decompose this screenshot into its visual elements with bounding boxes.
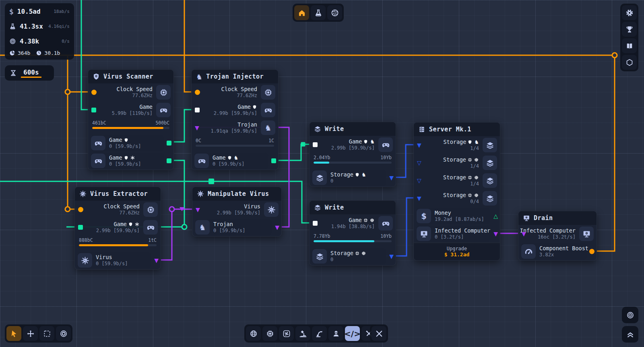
- top-toolbar: [293, 4, 344, 22]
- disc-tag-icon: [370, 218, 375, 223]
- collapse-button[interactable]: [622, 326, 638, 343]
- node-header[interactable]: Virus Extractor: [75, 187, 161, 201]
- node-virus-extractor[interactable]: Virus ExtractorClock Speed77.6ZHzGame2.9…: [74, 187, 161, 270]
- input-port[interactable]: ▼: [417, 142, 421, 148]
- node-header[interactable]: Manipulate Virus: [192, 187, 281, 201]
- progress-bar: [314, 240, 392, 242]
- node-title: Write: [325, 204, 344, 211]
- row-value: 2.99b [59.9b/s]: [331, 145, 375, 151]
- row-value: 77.6ZHz: [119, 210, 140, 216]
- robot-arm-tab[interactable]: [312, 326, 327, 341]
- progress-current: 7.78Yb: [314, 233, 330, 239]
- output-port[interactable]: △: [493, 213, 498, 219]
- input-port[interactable]: [91, 90, 97, 95]
- node-header[interactable]: Drain: [518, 211, 597, 225]
- research-button[interactable]: [311, 5, 326, 20]
- node-server-mk1[interactable]: Server Mk.1▼Storage♞1/4▽Storage1/4▽Stora…: [413, 122, 500, 261]
- output-port[interactable]: ▼: [389, 175, 394, 181]
- node-header[interactable]: Server Mk.1: [414, 123, 500, 136]
- timer-panel: 600s: [5, 65, 54, 81]
- input-port[interactable]: ▼: [195, 125, 199, 131]
- virus-icon: [78, 253, 92, 268]
- server-icon: [418, 126, 425, 133]
- achievements-button[interactable]: [622, 22, 637, 37]
- move-tool[interactable]: [23, 326, 38, 341]
- node-header[interactable]: Write: [310, 122, 396, 136]
- node-header[interactable]: Virus Scanner: [88, 70, 173, 83]
- progress-row: 461bC500bC: [88, 119, 173, 134]
- input-port[interactable]: ▼: [417, 195, 421, 201]
- disc-tag-icon: [474, 158, 479, 162]
- node-header[interactable]: Write: [310, 201, 396, 214]
- node-drain[interactable]: Drain▼Infected Computer16oc [3.2t/s]Comp…: [518, 211, 597, 261]
- node-manipulate-virus[interactable]: Manipulate Virus▼Virus2.99b [59.9b/s]▼♞T…: [192, 187, 282, 237]
- circle-tool[interactable]: [56, 326, 71, 341]
- output-row-trojan: ▼♞Trojan0 [59.9b/s]: [192, 218, 281, 236]
- input-port[interactable]: [313, 142, 318, 147]
- clock-value: 30.1b: [44, 50, 60, 56]
- input-port[interactable]: [78, 225, 83, 230]
- settings-button[interactable]: [622, 5, 637, 20]
- home-button[interactable]: [294, 5, 309, 20]
- output-port[interactable]: ▼: [493, 231, 498, 237]
- node-header[interactable]: ♞Trojan Injector: [192, 70, 278, 83]
- compress-tag-icon: [468, 193, 473, 198]
- research-value: 41.3sx: [20, 23, 43, 30]
- input-row-clock-speed: Clock Speed77.6ZHz: [192, 83, 278, 101]
- row-label: Storage: [443, 139, 466, 145]
- input-port[interactable]: [313, 221, 318, 226]
- row-label: Storage: [443, 156, 466, 163]
- input-port[interactable]: [195, 108, 200, 112]
- select-tool[interactable]: [6, 326, 21, 341]
- input-port[interactable]: [78, 207, 83, 212]
- guide-button[interactable]: [622, 38, 637, 53]
- input-port[interactable]: [91, 108, 96, 112]
- virus-icon: [197, 190, 204, 197]
- node-write-1[interactable]: WriteGame♞2.99b [59.9b/s]2.04Yb10Yb▼Stor…: [309, 122, 396, 187]
- edit-tools-button[interactable]: [372, 326, 386, 341]
- marquee-tool[interactable]: [39, 326, 54, 341]
- knight-icon: ♞: [196, 73, 202, 81]
- node-virus-scanner[interactable]: Virus ScannerClock Speed77.6ZHzGame5.99b…: [88, 69, 174, 170]
- node-title: Write: [325, 125, 344, 133]
- row-label: Storage: [330, 250, 353, 257]
- progress-current: 0C: [196, 138, 201, 143]
- virus-icon: [264, 202, 279, 217]
- node-write-2[interactable]: WriteGame1.94b [38.8b/s]7.78Yb10Yb▼Stora…: [309, 200, 396, 266]
- hacker-tab[interactable]: [328, 326, 343, 341]
- upgrade-button[interactable]: Upgrade$ 31.2ad: [414, 243, 500, 260]
- shield-tag-icon: [468, 140, 473, 145]
- output-port[interactable]: ▼: [389, 253, 394, 259]
- target-button[interactable]: [622, 307, 638, 323]
- input-port[interactable]: ▽: [417, 160, 421, 166]
- input-port[interactable]: ▽: [417, 178, 421, 183]
- chip-tab[interactable]: [262, 326, 277, 341]
- gear-icon: [625, 9, 634, 17]
- node-trojan-injector[interactable]: ♞Trojan InjectorClock Speed77.6ZHzGame2.…: [191, 69, 279, 170]
- hexagon-button[interactable]: [622, 55, 637, 70]
- shutter-button[interactable]: [327, 5, 342, 20]
- row-label: Virus: [96, 254, 112, 261]
- output-port[interactable]: [167, 158, 171, 163]
- output-port[interactable]: [589, 249, 594, 254]
- output-port[interactable]: ▼: [154, 258, 159, 263]
- row-value: 16oc [3.2t/s]: [538, 234, 576, 240]
- shutter-icon: [331, 9, 339, 17]
- row-value: 77.6ZHz: [237, 93, 257, 99]
- progress-row: 2.04Yb10Yb: [310, 154, 396, 169]
- progress-max: 10Yb: [380, 233, 392, 239]
- code-tab[interactable]: </>: [345, 326, 360, 341]
- output-port[interactable]: [271, 158, 276, 163]
- input-port[interactable]: [195, 90, 200, 95]
- microscope-tab[interactable]: [295, 326, 310, 341]
- globe-tab[interactable]: [246, 326, 261, 341]
- knight-icon: ♞: [261, 121, 275, 135]
- output-port[interactable]: ▼: [275, 224, 279, 230]
- cpu-icon: [143, 202, 158, 217]
- output-port[interactable]: [167, 141, 171, 145]
- shield-tag-icon: [227, 156, 232, 160]
- row-value: 1.91qa [59.9b/s]: [211, 128, 257, 134]
- input-port[interactable]: ▼: [522, 231, 526, 237]
- input-port[interactable]: ▼: [196, 207, 200, 212]
- fan-tab[interactable]: [279, 326, 294, 341]
